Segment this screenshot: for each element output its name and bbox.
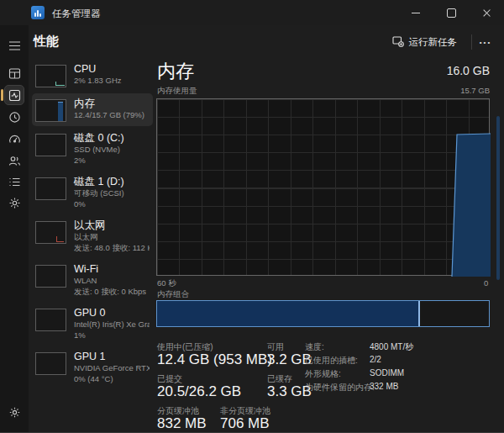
task-manager-window: 任务管理器 性能 运行新任务 ••• [0,0,504,433]
composition-label: 内存组合 [157,289,189,300]
sidebar-item-detail: 2% [74,156,124,166]
sidebar-item-memory[interactable]: 内存 12.4/15.7 GB (79%) [32,93,153,126]
stat-value: 12.4 GB (953 MB) [157,351,272,368]
stat-value: 332 MB [370,382,398,391]
sidebar-item-wifi[interactable]: Wi-Fi WLAN 发送: 0 接收: 0 Kbps [32,259,153,301]
composition-in-use-segment [157,301,418,326]
sidebar-item-title: 内存 [74,98,144,110]
sidebar-item-detail: 可移动 (SCSI) [74,188,124,199]
menu-button[interactable] [4,35,24,55]
settings-button[interactable] [4,402,24,422]
settings-gear-icon [8,406,21,419]
memory-usage-area [157,99,491,277]
stat-label: 已使用的插槽: [305,355,358,367]
disk1-thumbnail-chart [35,177,66,200]
rail-item-processes[interactable] [4,63,24,83]
sidebar-item-detail: 以太网 [74,232,150,243]
rail-item-performance[interactable] [4,85,24,105]
titlebar[interactable]: 任务管理器 [0,0,504,25]
maximize-button[interactable] [433,0,469,25]
gpu1-thumbnail-chart [35,352,66,375]
task-manager-logo-icon [31,6,45,19]
minimize-button[interactable] [398,0,433,25]
close-icon [482,8,491,18]
memory-capacity: 16.0 GB [447,64,490,77]
page-title: 性能 [34,34,59,50]
sidebar-item-gpu1[interactable]: GPU 1 NVIDIA GeForce RTX 0% (44 °C) [32,346,153,388]
rail-item-app-history[interactable] [4,107,24,127]
x-axis-right-label: 0 [484,278,488,288]
sidebar-item-detail: 1% [74,330,150,341]
composition-modified-divider [418,301,420,326]
sidebar-item-disk0[interactable]: 磁盘 0 (C:) SSD (NVMe) 2% [32,128,153,170]
sidebar-item-detail: WLAN [74,276,146,287]
memory-usage-chart[interactable] [156,98,490,276]
performance-sidebar: CPU 2% 1.83 GHz 内存 12.4/15.7 GB (79%) 磁盘… [32,59,153,390]
sidebar-item-detail: 发送: 0 接收: 0 Kbps [74,287,146,298]
usage-chart-label: 内存使用量 [157,86,197,97]
disk0-thumbnail-chart [35,134,66,156]
stat-label: 为硬件保留的内存: [305,382,375,393]
sidebar-item-title: CPU [74,63,122,76]
window-title: 任务管理器 [52,8,101,20]
usage-chart-max: 15.7 GB [460,86,490,95]
more-options-button[interactable]: ••• [475,34,496,50]
sidebar-item-detail: 2% 1.83 GHz [74,76,122,87]
memory-stats: 使用中(已压缩) 12.4 GB (953 MB) 可用 3.2 GB 已提交 … [157,340,497,429]
minimize-icon [412,13,420,13]
rail-item-details[interactable] [4,172,24,192]
scrollbar[interactable] [496,116,500,280]
gpu0-thumbnail-chart [35,309,66,331]
x-axis-left-label: 60 秒 [157,278,176,289]
users-icon [8,155,21,167]
sidebar-item-title: Wi-Fi [74,263,146,276]
stat-label: 外形规格: [305,368,341,380]
performance-icon [8,89,21,102]
sidebar-item-detail: 发送: 48.0 接收: 112 K [74,243,150,254]
stat-value: 4800 MT/秒 [370,341,413,353]
navigation-rail [0,25,29,432]
stat-value: 2/2 [370,355,381,364]
sidebar-item-detail: Intel(R) Iris(R) Xe Grap [74,319,150,330]
selected-accent-pill [1,89,3,101]
sidebar-item-detail: NVIDIA GeForce RTX [74,363,150,374]
processes-icon [8,67,21,80]
hamburger-menu-icon [8,40,21,51]
run-new-task-button[interactable]: 运行新任务 [386,32,465,52]
sidebar-item-title: 以太网 [74,219,150,232]
stat-value: 706 MB [220,415,270,432]
wifi-thumbnail-chart [35,265,66,288]
details-icon [8,176,21,188]
close-button[interactable] [469,0,504,25]
rail-item-services[interactable] [4,193,24,213]
services-icon [8,197,21,209]
ethernet-thumbnail-chart [35,221,66,244]
sidebar-item-ethernet[interactable]: 以太网 以太网 发送: 48.0 接收: 112 K [32,215,153,257]
stat-value: SODIMM [370,368,404,378]
sidebar-item-disk1[interactable]: 磁盘 1 (D:) 可移动 (SCSI) 0% [32,172,153,214]
memory-page-title: 内存 [157,59,194,84]
maximize-icon [447,8,456,18]
sidebar-item-gpu0[interactable]: GPU 0 Intel(R) Iris(R) Xe Grap 1% [32,303,153,345]
sidebar-item-title: 磁盘 0 (C:) [74,132,124,145]
sidebar-item-title: 磁盘 1 (D:) [74,176,124,188]
startup-apps-icon [8,133,21,145]
sidebar-item-detail: 0% (44 °C) [74,374,150,385]
run-new-task-label: 运行新任务 [409,36,458,49]
run-new-task-icon [392,35,404,49]
app-history-icon [8,111,21,124]
memory-thumbnail-chart [35,99,66,122]
sidebar-item-detail: 0% [74,199,124,210]
memory-composition-bar[interactable] [156,300,490,327]
toolbar-divider [471,34,472,50]
sidebar-item-title: GPU 1 [74,351,150,363]
cpu-thumbnail-chart [35,65,66,87]
sidebar-item-detail: SSD (NVMe) [74,145,124,156]
stat-label: 速度: [305,341,324,353]
rail-item-users[interactable] [4,150,24,171]
rail-item-startup-apps[interactable] [4,129,24,149]
sidebar-item-title: GPU 0 [74,307,150,319]
stat-value: 832 MB [157,415,207,432]
stat-value: 20.5/26.2 GB [157,383,241,400]
sidebar-item-cpu[interactable]: CPU 2% 1.83 GHz [32,59,153,92]
